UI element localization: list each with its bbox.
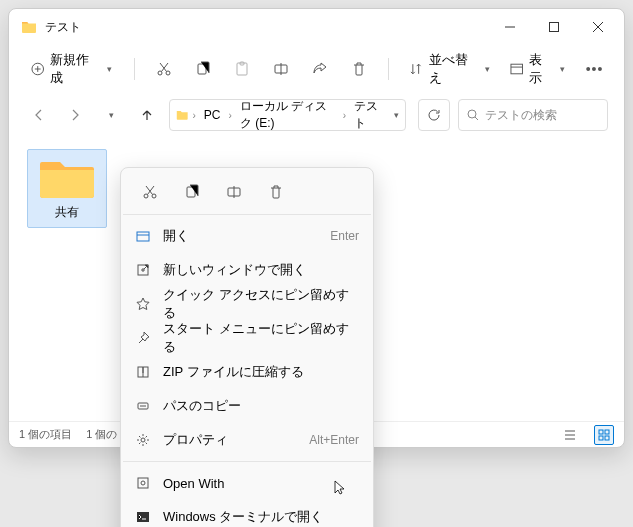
sort-button[interactable]: 並べ替え ▾	[401, 53, 498, 85]
ctx-pin-quick[interactable]: クイック アクセスにピン留めする	[121, 287, 373, 321]
svg-rect-10	[599, 430, 603, 434]
titlebar: テスト	[9, 9, 624, 45]
item-count: 1 個の項目	[19, 427, 72, 442]
chevron-down-icon: ▾	[560, 64, 565, 74]
search-icon	[467, 109, 479, 121]
paste-icon	[234, 61, 250, 77]
scissors-icon	[142, 184, 158, 200]
ctx-cut-button[interactable]	[133, 177, 167, 207]
ctx-terminal[interactable]: Windows ターミナルで開く	[121, 500, 373, 527]
ctx-copy-button[interactable]	[175, 177, 209, 207]
folder-icon	[21, 19, 37, 35]
svg-rect-25	[137, 512, 149, 522]
copy-icon	[195, 61, 211, 77]
new-window-icon	[135, 262, 151, 278]
rename-button[interactable]	[263, 53, 298, 85]
icons-view-button[interactable]	[594, 425, 614, 445]
zip-icon	[135, 364, 151, 380]
copy-button[interactable]	[185, 53, 220, 85]
refresh-button[interactable]	[418, 99, 450, 131]
ctx-properties[interactable]: プロパティ Alt+Enter	[121, 423, 373, 457]
ctx-rename-button[interactable]	[217, 177, 251, 207]
maximize-button[interactable]	[532, 11, 576, 43]
trash-icon	[351, 61, 367, 77]
ctx-copy-path[interactable]: パスのコピー	[121, 389, 373, 423]
svg-point-24	[141, 481, 145, 485]
chevron-right-icon: ›	[192, 110, 195, 121]
recent-button[interactable]: ▾	[97, 101, 125, 129]
ctx-open-with[interactable]: Open With	[121, 466, 373, 500]
share-icon	[312, 61, 328, 77]
folder-icon	[176, 107, 188, 123]
trash-icon	[268, 184, 284, 200]
pin-icon	[135, 330, 151, 346]
chevron-right-icon: ›	[343, 110, 346, 121]
svg-rect-13	[605, 436, 609, 440]
breadcrumb-item[interactable]: PC	[200, 106, 225, 124]
ctx-zip[interactable]: ZIP ファイルに圧縮する	[121, 355, 373, 389]
cut-button[interactable]	[147, 53, 182, 85]
ctx-delete-button[interactable]	[259, 177, 293, 207]
more-button[interactable]: •••	[577, 53, 612, 85]
delete-button[interactable]	[341, 53, 376, 85]
rename-icon	[273, 61, 289, 77]
path-icon	[135, 398, 151, 414]
svg-rect-11	[605, 430, 609, 434]
properties-icon	[135, 432, 151, 448]
window-title: テスト	[45, 19, 488, 36]
share-button[interactable]	[302, 53, 337, 85]
open-icon	[135, 228, 151, 244]
selected-count: 1 個の	[86, 427, 117, 442]
search-input[interactable]: テストの検索	[458, 99, 608, 131]
back-button[interactable]	[25, 101, 53, 129]
context-menu: 開く Enter 新しいウィンドウで開く クイック アクセスにピン留めする スタ…	[120, 167, 374, 527]
forward-button[interactable]	[61, 101, 89, 129]
chevron-right-icon: ›	[228, 110, 231, 121]
layout-icon	[510, 62, 523, 76]
terminal-icon	[135, 509, 151, 525]
chevron-down-icon[interactable]: ▾	[394, 110, 399, 120]
open-with-icon	[135, 475, 151, 491]
svg-point-3	[166, 71, 170, 75]
context-action-row	[121, 174, 373, 210]
details-view-button[interactable]	[560, 425, 580, 445]
svg-rect-0	[550, 23, 559, 32]
svg-point-22	[141, 438, 145, 442]
paste-button[interactable]	[224, 53, 259, 85]
up-button[interactable]	[133, 101, 161, 129]
sort-icon	[409, 62, 422, 76]
view-button[interactable]: 表示 ▾	[502, 53, 573, 85]
breadcrumb-item[interactable]: ローカル ディスク (E:)	[236, 96, 339, 134]
scissors-icon	[156, 61, 172, 77]
ctx-open-new-window[interactable]: 新しいウィンドウで開く	[121, 253, 373, 287]
address-bar[interactable]: › PC › ローカル ディスク (E:) › テスト ▾	[169, 99, 406, 131]
svg-rect-23	[138, 478, 148, 488]
svg-point-9	[468, 110, 476, 118]
plus-circle-icon	[31, 62, 44, 76]
svg-rect-12	[599, 436, 603, 440]
svg-point-2	[158, 71, 162, 75]
chevron-down-icon: ▾	[107, 64, 112, 74]
ctx-open[interactable]: 開く Enter	[121, 219, 373, 253]
star-icon	[135, 296, 151, 312]
address-row: ▾ › PC › ローカル ディスク (E:) › テスト ▾ テストの検索	[9, 93, 624, 137]
ctx-pin-start[interactable]: スタート メニューにピン留めする	[121, 321, 373, 355]
close-button[interactable]	[576, 11, 620, 43]
toolbar: 新規作成 ▾ 並べ替え ▾ 表示 ▾ •••	[9, 45, 624, 93]
svg-rect-18	[137, 232, 149, 241]
folder-item[interactable]: 共有	[27, 149, 107, 228]
chevron-down-icon: ▾	[485, 64, 490, 74]
svg-point-14	[144, 194, 148, 198]
folder-icon	[39, 156, 95, 200]
breadcrumb-item[interactable]: テスト	[350, 96, 386, 134]
rename-icon	[226, 184, 242, 200]
copy-icon	[184, 184, 200, 200]
svg-point-15	[152, 194, 156, 198]
minimize-button[interactable]	[488, 11, 532, 43]
svg-rect-8	[511, 64, 523, 74]
new-button[interactable]: 新規作成 ▾	[21, 53, 122, 85]
folder-label: 共有	[55, 204, 79, 221]
